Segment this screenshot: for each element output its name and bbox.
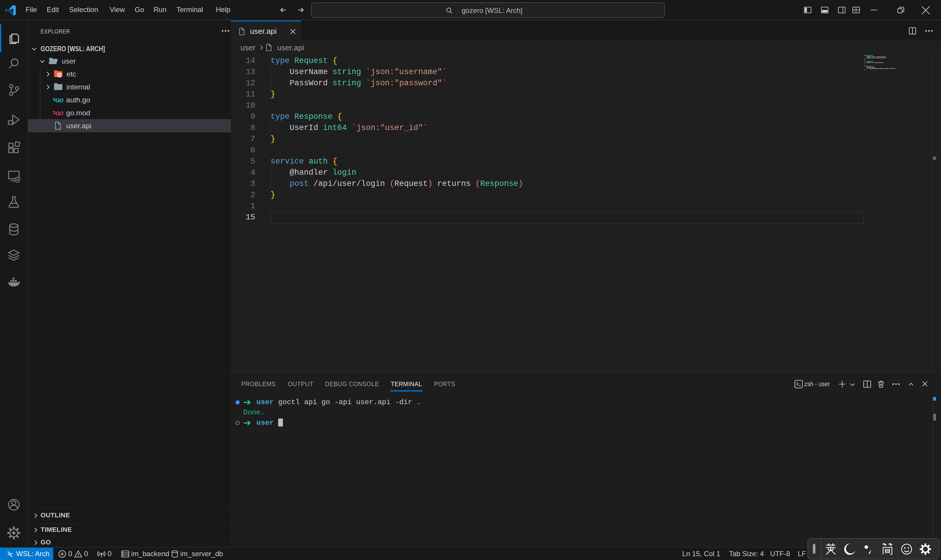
svg-text:GO: GO [55,98,63,103]
svg-text:GO: GO [55,111,63,117]
